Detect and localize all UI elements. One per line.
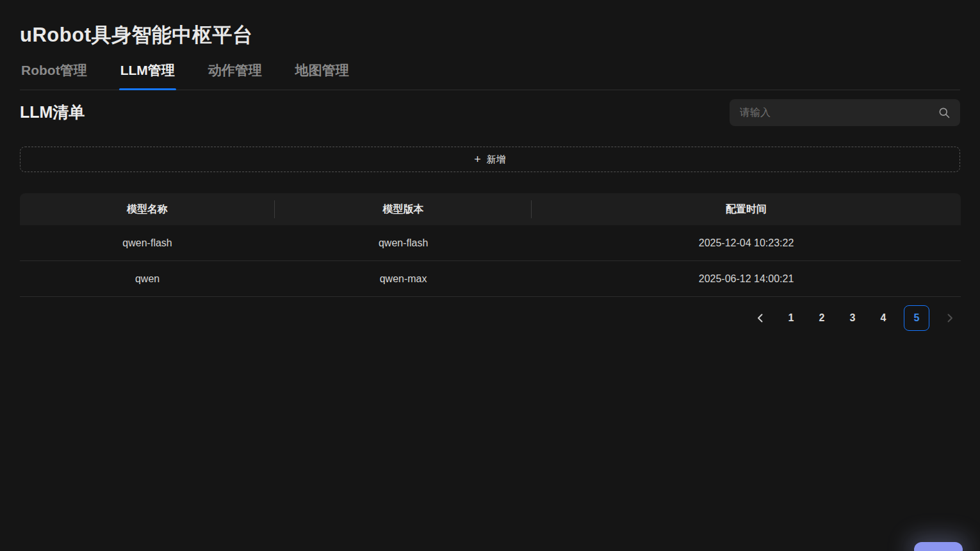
page: uRobot具身智能中枢平台 Robot管理 LLM管理 动作管理 地图管理 L… [0, 0, 980, 551]
tab-llm-management[interactable]: LLM管理 [119, 60, 176, 90]
cell-model-version: qwen-max [275, 261, 532, 296]
app-title: uRobot具身智能中枢平台 [20, 22, 252, 49]
chevron-right-icon [945, 313, 955, 323]
pagination-prev-button[interactable] [750, 308, 771, 328]
search-icon[interactable] [938, 106, 951, 119]
column-header-model-version: 模型版本 [275, 193, 532, 225]
plus-icon: + [474, 154, 481, 165]
column-header-model-name: 模型名称 [20, 193, 275, 225]
llm-table: 模型名称 模型版本 配置时间 qwen-flash qwen-flash 202… [20, 193, 961, 297]
table-row[interactable]: qwen-flash qwen-flash 2025-12-04 10:23:2… [20, 225, 961, 261]
add-button[interactable]: + 新增 [20, 147, 960, 172]
cell-model-name: qwen-flash [20, 225, 275, 260]
pagination-next-button[interactable] [940, 308, 960, 328]
pagination-page-1[interactable]: 1 [781, 308, 801, 328]
search-box [730, 99, 960, 126]
column-header-config-time: 配置时间 [532, 193, 961, 225]
table-row[interactable]: qwen qwen-max 2025-06-12 14:00:21 [20, 261, 961, 297]
add-button-label: 新增 [487, 154, 506, 166]
cell-model-version: qwen-flash [275, 225, 532, 260]
cell-config-time: 2025-12-04 10:23:22 [532, 225, 961, 260]
chevron-left-icon [755, 313, 765, 323]
pagination-page-4[interactable]: 4 [873, 308, 894, 328]
floating-pill-button[interactable] [914, 542, 963, 551]
cell-config-time: 2025-06-12 14:00:21 [532, 261, 961, 296]
pagination-page-2[interactable]: 2 [812, 308, 832, 328]
pagination-page-5-active[interactable]: 5 [904, 305, 929, 331]
cell-model-name: qwen [20, 261, 275, 296]
table-header: 模型名称 模型版本 配置时间 [20, 193, 961, 225]
tab-action-management[interactable]: 动作管理 [207, 60, 263, 90]
pagination: 1 2 3 4 5 [750, 305, 960, 331]
tab-bar: Robot管理 LLM管理 动作管理 地图管理 [20, 60, 960, 90]
pagination-page-3[interactable]: 3 [842, 308, 863, 328]
tab-map-management[interactable]: 地图管理 [294, 60, 350, 90]
search-input[interactable] [730, 99, 938, 126]
tab-robot-management[interactable]: Robot管理 [20, 60, 88, 90]
page-title: LLM清单 [20, 102, 85, 123]
